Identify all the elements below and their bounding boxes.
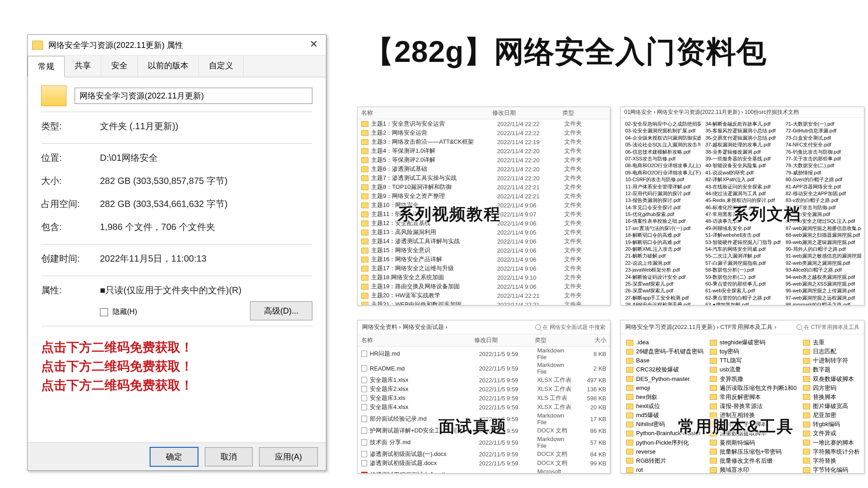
list-item[interactable]: 34-解断金融反欺诈故事儿.pdf [703,121,781,127]
list-item[interactable]: 09-电商和O2O行业详细攻事儿(下).pdf [623,169,701,176]
list-item[interactable]: 12-应用代码行漏洞的探讨.pdf [623,190,701,197]
list-item[interactable]: 转gbk编码 [803,420,860,429]
list-item[interactable]: 72-GitHub信息泄漏.pdf [784,127,861,134]
apply-button[interactable]: 应用(A) [259,447,318,466]
list-item[interactable]: 14-常见口令安全探讨.pdf [623,204,701,211]
list-item[interactable]: .idea [626,338,703,347]
list-item[interactable]: 98-mmmark的白帽子之路.pdf [784,301,861,305]
column-header[interactable]: 名称 [361,109,492,117]
list-item[interactable]: 40-智能设备安全风险集.pdf [703,162,781,169]
list-item[interactable]: 36-交易支付逻辑漏洞小总结.pdf [703,135,781,141]
list-item[interactable]: 15-优化github探索.pdf [623,211,701,218]
list-item[interactable]: 主题19：路由交换及网络设备加固2022/11/4 9:06文件夹 [358,282,610,291]
list-item[interactable]: 39-一些服务器的安全基线.pdf [703,155,781,162]
list-item[interactable]: 55-二次注入漏洞详解.pdf [703,253,781,259]
list-item[interactable]: 73-白盒安全测试.pdf [784,135,861,141]
list-item[interactable]: reverse [626,447,703,456]
list-item[interactable]: 频域盲水印 [710,465,797,474]
list-item[interactable]: 22-说说上传漏洞.pdf [623,260,701,267]
list-item[interactable]: 91-web漏洞之敏感信息的漏洞挖掘.pdf [784,253,861,259]
list-item[interactable]: 53-智能硬件逻辑挖掘入门指导.pdf [703,239,781,246]
list-item[interactable]: 37-越权漏洞处理的攻事儿.pdf [703,141,781,148]
list-item[interactable]: 主题9：网络安全之资产整理2022/11/4 22:21文件夹 [358,192,610,201]
list-item[interactable]: DES_Python-master [626,375,703,384]
list-item[interactable]: 88-web漏洞之扫描器漏洞挖掘.pdf [784,232,861,239]
list-item[interactable]: 02-安全应急响应中心之成防绝招探索.pdf [623,121,701,127]
list-item[interactable]: 24-解断验证码设计安全.pdf [623,274,701,281]
list-item[interactable]: hex倒叙 [626,393,703,402]
list-item[interactable]: 51-详解webshell攻击.pdf [703,232,781,239]
search-icon[interactable] [797,324,802,330]
cancel-button[interactable]: 取消 [205,447,253,466]
list-item[interactable]: 87-web漏洞挖掘之相册信息收集.pdf [784,225,861,232]
list-item[interactable]: emoji [626,384,703,393]
list-item[interactable]: 18-解断弱口令的高难.pdf [623,232,701,239]
list-item[interactable]: 89-web漏洞之逻辑漏洞挖掘.pdf [784,239,861,246]
list-item[interactable]: 四方密码 [803,384,860,393]
list-item[interactable]: 10-CSRF的攻击与防修.pdf [623,176,701,183]
list-item[interactable]: 主题15：网络安全意识2022/11/4 9:06文件夹 [358,246,610,255]
list-item[interactable]: 主题3：网络攻击前沿——ATT&CK框架2022/11/4 22:19文件夹 [358,137,610,146]
advanced-button[interactable]: 高级(D)... [250,301,312,320]
list-item[interactable]: 26-深度waf探索儿.pdf [623,287,701,294]
list-item[interactable]: 19-解断弱口令的高难.pdf [623,239,701,246]
column-header[interactable]: 大小 [572,336,606,344]
list-item[interactable]: 27-解断app手工安全检测.pdf [623,295,701,301]
list-item[interactable]: toy密码 [710,347,797,356]
list-item[interactable]: RGB转图片 [626,456,703,465]
list-item[interactable]: 17-src置顶勺法的探讨(一).pdf [623,225,701,232]
list-item[interactable]: 主题18.网络安全之系统加固2022/11/4 9:10文件夹 [358,273,610,282]
list-item[interactable]: 79-威胁情报.pdf [784,169,861,176]
close-icon[interactable]: ✕ [306,39,321,52]
folder-name-input[interactable] [75,88,312,104]
list-item[interactable]: 38-业务逻辑修改漏洞.pdf [703,149,781,155]
list-item[interactable]: 主题16：网络安全产品详解2022/11/4 9:06文件夹 [358,255,610,264]
breadcrumb[interactable]: 01网络安全 › 网络安全学习资源(2022.11月更新) › 100份src挖… [621,107,864,118]
list-item[interactable]: Base [626,356,703,365]
list-item[interactable]: 渗透测试工程师面试大全.pdf2022/11/5 9:59Microsoft E… [358,468,610,474]
list-item[interactable]: 主题17：网络安全之运维与升级2022/11/4 9:06文件夹 [358,264,610,273]
list-item[interactable]: 90-局外人的白帽子之路.pdf [784,246,861,253]
list-item[interactable]: 主题4：等保测评1.0详解2022/11/4 22:20文件夹 [358,146,610,155]
list-item[interactable]: 字符替换 [803,456,860,465]
tab-2[interactable]: 安全 [101,56,138,77]
list-item[interactable]: 06-信息技术建模解析攻略.pdf [623,149,701,155]
list-item[interactable]: 25-深度waf探索儿.pdf [623,281,701,287]
list-item[interactable]: 78-大数据安全(二).pdf [784,162,861,169]
breadcrumb[interactable]: 网络安全学习资源(2022.11月更新) › CTF常用脚本及工具 › [625,323,776,331]
list-item[interactable]: 去重 [803,338,860,347]
list-item[interactable]: 26键盘密码-手机键盘密码 [626,347,703,356]
list-item[interactable]: 主题21：WEB中间件和数据库加固2022/11/4 22:21文件夹 [358,300,610,305]
list-item[interactable]: 主题13：高风险漏洞利用2022/11/4 9:05文件夹 [358,228,610,237]
list-item[interactable]: 44-绕过法逻漏洞与工具.pdf [703,190,781,197]
column-header[interactable]: 修改日期 [474,336,534,344]
list-item[interactable]: CRC32校验爆破 [626,365,703,374]
list-item[interactable]: 96-web漏洞挖掘之上传漏洞.pdf [784,287,861,294]
list-item[interactable]: 20-解断XML注入攻击.pdf [623,246,701,253]
list-item[interactable]: 95-web漏洞之XSS漏洞挖掘.pdf [784,281,861,287]
list-item[interactable]: 双叁数爆破脚本 [803,375,860,384]
list-item[interactable]: 43-在线验证问的安全探索.pdf [703,183,781,190]
ok-button[interactable]: 确定 [150,447,198,467]
list-item[interactable]: 渗透测试初级面试题(一).docx2022/11/5 9:59DOCX 文档84… [358,450,610,459]
list-item[interactable]: 十进制转字符 [803,356,860,365]
list-item[interactable]: 图片爆破宽高 [803,402,860,411]
list-item[interactable]: 42-详解XPath注入.pdf [703,176,781,183]
column-header[interactable]: 名称 [361,336,474,344]
list-item[interactable]: 字符频率统计分析 [803,447,860,456]
list-item[interactable]: 批量修改文件名后缀 [710,456,797,465]
list-item[interactable]: 替换脚本 [803,393,860,402]
search-placeholder[interactable]: 在 网络安全面试题 中搜索 [542,324,605,331]
list-item[interactable]: 97-web漏洞挖掘之远程漏洞.pdf [784,295,861,301]
list-item[interactable]: 安全题库1.xlsx2022/11/5 9:59XLSX 工作表497 KB [358,375,610,385]
column-header[interactable]: 类型 [562,109,606,117]
list-item[interactable]: 主题20：HW蓝军实战教学2022/11/4 22:21文件夹 [358,291,610,300]
list-item[interactable]: 尼亚加密 [803,411,860,420]
list-item[interactable]: 03-论安全漏洞挖掘机制扩展.pdf [623,127,701,134]
list-item[interactable]: hexil或位 [626,402,703,411]
list-item[interactable]: 94-web类之越权类漏洞挖掘.pdf [784,274,861,281]
list-item[interactable]: 76-钓鱼比攻击与防御.pdf [784,149,861,155]
list-item[interactable]: 81-APP容器网络安全.pdf [784,183,861,190]
list-item[interactable]: 08-电商和O2O行业详细攻事儿(上).pdf [623,162,701,169]
list-item[interactable]: 80-Sven的白帽子之路.pdf [784,176,861,183]
